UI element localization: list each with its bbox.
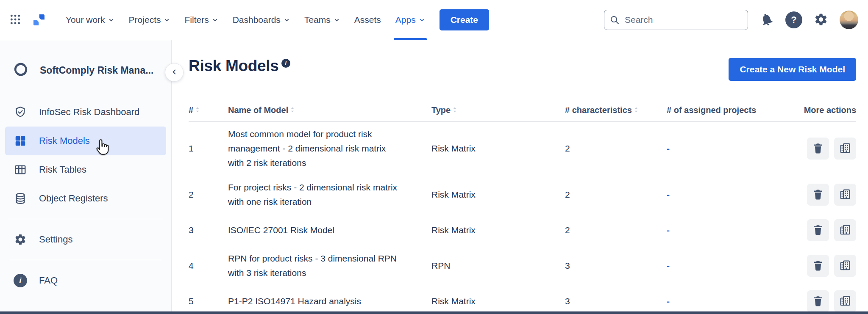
row-actions [801,290,856,312]
row-number: 5 [189,294,228,308]
assigned-projects-value: - [667,187,801,202]
characteristics-count: 2 [565,223,667,237]
main-header: Risk Models i Create a New Risk Model [189,57,856,81]
jira-logo-icon[interactable] [33,14,45,26]
database-icon [14,192,27,205]
table-row: 2 For project risks - 2 dimensional risk… [189,175,856,214]
risk-models-table: # Name of Model Type # characteristics [189,105,856,314]
sidebar-divider [9,219,162,219]
create-button[interactable]: Create [440,9,489,30]
softcomply-logo-icon [13,61,29,79]
main-panel: Risk Models i Create a New Risk Model # … [172,40,868,311]
table-row: 5 P1-P2 ISO14971 Hazard analysis Risk Ma… [189,285,856,314]
nav-item-label: Assets [354,15,381,25]
row-number: 2 [189,187,228,202]
sort-icon [195,105,200,115]
search-box [604,10,748,30]
sidebar-item-label: Object Registers [39,193,108,204]
create-risk-model-button[interactable]: Create a New Risk Model [729,58,856,81]
sidebar-collapse-button[interactable] [165,63,184,82]
assign-projects-button[interactable] [834,138,856,160]
sidebar-item-object-registers[interactable]: Object Registers [5,184,166,213]
search-input[interactable] [604,10,748,30]
sidebar-item-label: Settings [39,234,73,245]
notifications-button[interactable] [760,12,774,28]
delete-button[interactable] [807,255,829,277]
chevron-down-icon [212,17,218,23]
sidebar-item-label: Risk Tables [39,164,86,175]
model-name: Most common model for product risk manag… [228,127,402,170]
table-icon [14,163,27,176]
sidebar-item-faq[interactable]: i FAQ [5,266,166,295]
model-type: RPN [431,259,565,273]
sidebar-item-risk-tables[interactable]: Risk Tables [5,155,166,184]
chevron-left-icon [170,68,178,77]
characteristics-count: 2 [565,141,667,156]
assign-projects-button[interactable] [834,184,856,206]
row-actions [801,255,856,277]
nav-item-your-work[interactable]: Your work [66,0,114,40]
assign-projects-button[interactable] [834,255,856,277]
table-header-row: # Name of Model Type # characteristics [189,105,856,122]
delete-button[interactable] [807,138,829,160]
info-icon[interactable]: i [281,59,290,68]
grid-dots-icon [10,14,21,26]
assign-projects-button[interactable] [834,290,856,312]
model-type: Risk Matrix [431,294,565,308]
nav-item-filters[interactable]: Filters [184,0,218,40]
nav-item-dashboards[interactable]: Dashboards [233,0,290,40]
model-name: For project risks - 2 dimensional risk m… [228,180,402,209]
sidebar-item-risk-models[interactable]: Risk Models [5,127,166,155]
delete-button[interactable] [807,290,829,312]
nav-item-apps[interactable]: Apps [395,0,425,40]
delete-button[interactable] [807,219,829,241]
buildings-icon [839,188,851,201]
buildings-icon [839,295,851,308]
chevron-down-icon [334,17,340,23]
column-header-type[interactable]: Type [431,105,565,115]
column-header-characteristics[interactable]: # characteristics [565,105,667,115]
nav-item-assets[interactable]: Assets [354,0,381,40]
chevron-down-icon [108,17,114,23]
row-actions [801,138,856,160]
table-row: 4 RPN for product risks - 3 dimensional … [189,246,856,285]
top-nav: Your work Projects Filters Dashboards Te… [0,0,868,40]
search-icon [609,15,620,27]
app-window: Your work Projects Filters Dashboards Te… [0,0,868,314]
nav-item-label: Dashboards [233,15,281,25]
help-button[interactable]: ? [785,11,802,28]
nav-item-label: Projects [129,15,161,25]
table-row: 3 ISO/IEC 27001 Risk Model Risk Matrix 2… [189,214,856,246]
model-name: RPN for product risks - 3 dimensional RP… [228,251,402,280]
sidebar-divider [9,260,162,260]
assigned-projects-value: - [667,141,801,156]
assigned-projects-value: - [667,294,801,308]
sidebar-item-infosec-risk-dashboard[interactable]: InfoSec Risk Dashboard [5,98,166,127]
app-switcher-button[interactable] [10,14,21,26]
buildings-icon [839,259,851,273]
settings-button[interactable] [814,12,828,28]
row-number: 3 [189,223,228,237]
assign-projects-button[interactable] [834,219,856,241]
avatar[interactable] [840,11,858,29]
model-name: P1-P2 ISO14971 Hazard analysis [228,294,402,308]
row-number: 1 [189,141,228,156]
column-header-name[interactable]: Name of Model [228,105,431,115]
trash-icon [812,259,824,273]
primary-nav: Your work Projects Filters Dashboards Te… [66,0,425,40]
sidebar-item-label: Risk Models [39,135,90,146]
page-title: Risk Models [189,57,279,75]
content-area: SoftComply Risk Mana... InfoSec Risk Das… [0,40,868,311]
row-actions [801,219,856,241]
sort-icon [290,105,295,115]
characteristics-count: 2 [565,187,667,202]
delete-button[interactable] [807,184,829,206]
sidebar-nav: InfoSec Risk Dashboard Risk Models [0,98,171,295]
sidebar-app-header[interactable]: SoftComply Risk Mana... [0,55,171,85]
sidebar-item-settings[interactable]: Settings [5,225,166,254]
column-header-num[interactable]: # [189,105,228,115]
model-name: ISO/IEC 27001 Risk Model [228,223,402,237]
nav-item-teams[interactable]: Teams [304,0,340,40]
nav-item-label: Teams [304,15,331,25]
nav-item-projects[interactable]: Projects [129,0,170,40]
